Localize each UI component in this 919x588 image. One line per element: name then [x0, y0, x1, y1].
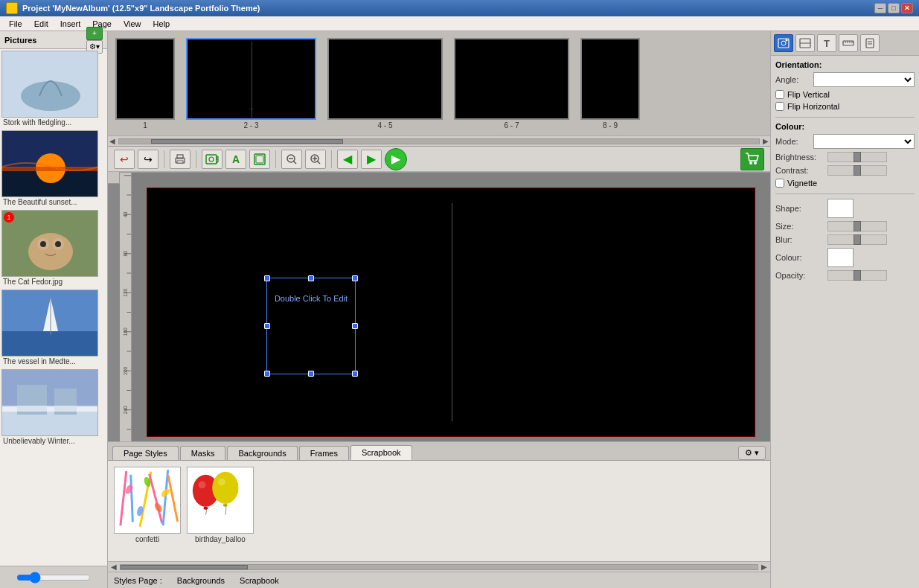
handle-top-middle[interactable] — [308, 275, 314, 281]
scrapbook-tab[interactable]: Scrapbook — [350, 445, 412, 460]
text-box-element[interactable]: Double Click To Edit — [266, 278, 356, 374]
menu-edit[interactable]: Edit — [28, 16, 54, 31]
angle-select[interactable]: 0° 90° 180° 270° — [813, 72, 915, 87]
thumb-label-1: 1 — [143, 121, 147, 130]
page-tab[interactable] — [860, 34, 880, 52]
vignette-label: Vignette — [787, 179, 817, 188]
right-scroll-arrow[interactable]: ▶ — [763, 137, 769, 145]
list-item[interactable]: confetti — [114, 467, 181, 543]
center-area: 1 ··· 2 - 3 4 - 5 6 — [108, 31, 770, 588]
handle-bottom-right[interactable] — [352, 371, 358, 377]
handle-top-right[interactable] — [352, 275, 358, 281]
backgrounds-tab[interactable]: Backgrounds — [227, 446, 297, 460]
mode-select[interactable]: Normal Sepia B&W — [813, 134, 915, 149]
main-canvas[interactable]: Double Click To Edit — [132, 173, 770, 441]
zoom-in-button[interactable] — [305, 150, 326, 169]
page-thumbnail-1[interactable]: 1 — [115, 38, 175, 130]
right-panel-properties: Orientation: Angle: 0° 90° 180° 270° Fli… — [771, 56, 919, 291]
pictures-scroll[interactable] — [16, 572, 91, 584]
redo-button[interactable]: ↪ — [138, 150, 158, 169]
svg-point-12 — [55, 241, 61, 247]
flip-horizontal-row: Flip Horizontal — [775, 102, 915, 111]
contrast-row: Contrast: — [775, 165, 915, 176]
handle-middle-right[interactable] — [352, 323, 358, 329]
menu-view[interactable]: View — [118, 16, 147, 31]
add-text-button[interactable]: A — [225, 150, 246, 169]
left-scroll-arrow[interactable]: ◀ — [109, 137, 115, 145]
add-picture-button[interactable]: + — [86, 27, 103, 40]
scrapbook-label: Scrapbook — [240, 576, 279, 585]
text-tab[interactable]: T — [817, 34, 836, 52]
contrast-label: Contrast: — [775, 166, 827, 175]
brightness-slider[interactable] — [827, 152, 887, 162]
handle-middle-left[interactable] — [264, 323, 270, 329]
colour-swatch[interactable] — [827, 248, 854, 267]
menu-file[interactable]: File — [3, 16, 28, 31]
cart-button[interactable] — [740, 148, 764, 170]
layout-tab[interactable] — [795, 34, 815, 52]
bottom-settings-button[interactable]: ⚙ ▾ — [738, 446, 766, 460]
next-page-button[interactable]: ▶ — [361, 150, 382, 169]
svg-line-34 — [294, 161, 297, 164]
svg-point-26 — [209, 157, 214, 162]
main-toolbar: ↩ ↪ A ◀ ▶ ▶ — [108, 147, 770, 172]
masks-tab[interactable]: Masks — [180, 446, 226, 460]
blur-label: Blur: — [775, 235, 827, 244]
opacity-slider[interactable] — [827, 270, 887, 281]
svg-rect-113 — [115, 467, 180, 533]
frames-tab[interactable]: Frames — [299, 446, 349, 460]
scroll-left-arrow[interactable]: ◀ — [111, 563, 117, 571]
flip-vertical-checkbox[interactable] — [775, 90, 784, 99]
toolbar-separator-3 — [275, 150, 276, 168]
page-thumbnail-2-3[interactable]: ··· 2 - 3 — [186, 38, 316, 130]
canvas-row: 4080120160200240280 — [120, 173, 770, 441]
shape-swatch[interactable] — [827, 199, 854, 218]
page-thumbnail-4-5[interactable]: 4 - 5 — [327, 38, 443, 130]
handle-top-left[interactable] — [264, 275, 270, 281]
vignette-checkbox[interactable] — [775, 179, 784, 188]
minimize-button[interactable]: ─ — [874, 3, 886, 13]
svg-rect-14 — [2, 331, 98, 357]
undo-button[interactable]: ↩ — [114, 150, 135, 169]
ruler-tab[interactable] — [839, 34, 858, 52]
opacity-label: Opacity: — [775, 271, 827, 280]
add-photo-button[interactable] — [202, 150, 222, 169]
blur-slider[interactable] — [827, 234, 887, 245]
flip-horizontal-checkbox[interactable] — [775, 102, 784, 111]
menu-bar: File Edit Insert Page View Help — [0, 16, 919, 31]
flip-horizontal-label: Flip Horizontal — [787, 102, 839, 111]
svg-text:80: 80 — [123, 251, 128, 257]
menu-help[interactable]: Help — [147, 16, 176, 31]
picture-label: Stork with fledgling... — [1, 118, 106, 127]
add-frame-button[interactable] — [249, 150, 270, 169]
prev-page-button[interactable]: ◀ — [337, 150, 358, 169]
brightness-label: Brightness: — [775, 153, 827, 162]
colour-swatch-label: Colour: — [775, 253, 827, 262]
handle-bottom-left[interactable] — [264, 371, 270, 377]
maximize-button[interactable]: □ — [888, 3, 900, 13]
left-panel: Pictures + ⚙▾ Stork with fledgling... — [0, 31, 108, 588]
thumbnails-bar: 1 ··· 2 - 3 4 - 5 6 — [108, 31, 770, 147]
list-item[interactable]: The Beautiful sunset... — [1, 130, 106, 207]
vertical-ruler: 4080120160200240280 — [120, 173, 132, 441]
contrast-slider[interactable] — [827, 165, 887, 176]
handle-bottom-middle[interactable] — [308, 371, 314, 377]
list-item[interactable]: Stork with fledgling... — [1, 51, 106, 127]
page-styles-tab[interactable]: Page Styles — [112, 446, 179, 460]
scroll-right-arrow[interactable]: ▶ — [761, 563, 767, 571]
page-thumbnail-6-7[interactable]: 6 - 7 — [454, 38, 569, 130]
play-button[interactable]: ▶ — [385, 148, 407, 170]
list-item[interactable]: 1 The Cat Fedor.jpg — [1, 210, 106, 287]
close-button[interactable]: ✕ — [901, 3, 913, 13]
size-slider[interactable] — [827, 221, 887, 231]
list-item[interactable]: The vessel in Medte... — [1, 290, 106, 366]
svg-text:160: 160 — [123, 327, 128, 336]
bottom-content: confetti — [108, 460, 770, 561]
page-thumbnail-8-9[interactable]: 8 - 9 — [580, 38, 640, 130]
print-button[interactable] — [170, 150, 190, 169]
list-item[interactable]: Unbelievably Winter... — [1, 369, 106, 446]
zoom-out-button[interactable] — [281, 150, 302, 169]
menu-insert[interactable]: Insert — [54, 16, 87, 31]
list-item[interactable]: birthday_balloo — [187, 467, 254, 543]
photo-properties-tab[interactable] — [774, 34, 793, 52]
